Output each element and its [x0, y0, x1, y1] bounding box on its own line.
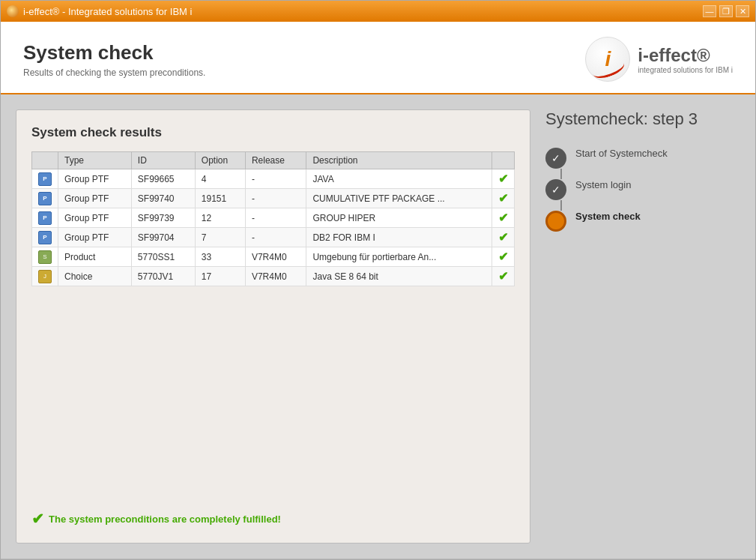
- col-header-status: [492, 152, 515, 169]
- ptf-icon: P: [38, 192, 52, 205]
- step-circle-1: ✓: [545, 179, 566, 200]
- row-option: 12: [195, 208, 245, 228]
- row-icon-cell: P: [32, 228, 58, 247]
- row-description: Java SE 8 64 bit: [306, 267, 492, 286]
- col-header-id: ID: [131, 152, 195, 169]
- step-item-2: System check: [545, 211, 740, 232]
- row-option: 17: [195, 267, 245, 286]
- step-label-2: System check: [575, 211, 641, 222]
- main-content: System check results Type ID Option Rele…: [1, 94, 755, 559]
- title-bar-left: i-effect® - Integrated solutions for IBM…: [7, 5, 192, 17]
- results-table: Type ID Option Release Description P Gro…: [31, 151, 515, 286]
- step-connector: [560, 200, 562, 211]
- row-id: SF99740: [131, 189, 195, 208]
- ptf-icon: P: [38, 231, 52, 244]
- title-bar: i-effect® - Integrated solutions for IBM…: [1, 1, 755, 22]
- row-icon-cell: P: [32, 189, 58, 208]
- step-label-0: Start of Systemcheck: [575, 148, 668, 159]
- row-icon-cell: S: [32, 247, 58, 267]
- row-type: Group PTF: [58, 208, 132, 228]
- left-panel: System check results Type ID Option Rele…: [16, 109, 530, 544]
- table-row: S Product 5770SS1 33 V7R4M0 Umgebung für…: [32, 247, 515, 267]
- window-controls[interactable]: — ❐ ✕: [703, 5, 749, 17]
- row-status: ✔: [492, 228, 515, 247]
- row-id: 5770SS1: [131, 247, 195, 267]
- app-icon: [7, 5, 19, 17]
- table-header-row: Type ID Option Release Description: [32, 152, 515, 169]
- row-release: -: [245, 169, 306, 189]
- row-icon-cell: P: [32, 169, 58, 189]
- row-status: ✔: [492, 208, 515, 228]
- check-icon: ✔: [498, 250, 508, 263]
- step-connector: [560, 169, 562, 179]
- row-description: Umgebung für portierbare An...: [306, 247, 492, 267]
- row-release: V7R4M0: [245, 267, 306, 286]
- row-id: SF99739: [131, 208, 195, 228]
- row-status: ✔: [492, 189, 515, 208]
- row-id: SF99704: [131, 228, 195, 247]
- col-header-type-label: Type: [58, 152, 132, 169]
- header-text: System check Results of checking the sys…: [23, 41, 205, 78]
- minimize-button[interactable]: —: [703, 5, 716, 17]
- table-row: P Group PTF SF99704 7 - DB2 FOR IBM I ✔: [32, 228, 515, 247]
- maximize-button[interactable]: ❐: [719, 5, 733, 17]
- row-description: DB2 FOR IBM I: [306, 228, 492, 247]
- header: System check Results of checking the sys…: [1, 22, 755, 94]
- row-release: -: [245, 208, 306, 228]
- logo-area: i i-effect® integrated solutions for IBM…: [585, 37, 733, 82]
- step-item-0: ✓ Start of Systemcheck: [545, 148, 740, 179]
- page-subtitle: Results of checking the system precondit…: [23, 67, 205, 78]
- steps-list: ✓ Start of Systemcheck ✓ System login Sy…: [545, 148, 740, 232]
- check-icon: ✔: [498, 231, 508, 244]
- row-type: Product: [58, 247, 132, 267]
- step-circle-0: ✓: [545, 148, 566, 169]
- logo-circle: i: [585, 37, 630, 82]
- row-description: JAVA: [306, 169, 492, 189]
- row-option: 4: [195, 169, 245, 189]
- check-icon: ✔: [498, 270, 508, 283]
- row-id: 5770JV1: [131, 267, 195, 286]
- row-type: Group PTF: [58, 228, 132, 247]
- row-status: ✔: [492, 169, 515, 189]
- table-row: J Choice 5770JV1 17 V7R4M0 Java SE 8 64 …: [32, 267, 515, 286]
- table-row: P Group PTF SF99740 19151 - CUMULATIVE P…: [32, 189, 515, 208]
- close-button[interactable]: ✕: [736, 5, 749, 17]
- table-row: P Group PTF SF99665 4 - JAVA ✔: [32, 169, 515, 189]
- row-description: GROUP HIPER: [306, 208, 492, 228]
- status-message: ✔ The system preconditions are completel…: [31, 510, 515, 528]
- page-title: System check: [23, 41, 205, 64]
- row-description: CUMULATIVE PTF PACKAGE ...: [306, 189, 492, 208]
- brand-name: i-effect®: [638, 45, 733, 66]
- row-status: ✔: [492, 247, 515, 267]
- col-header-type: [32, 152, 58, 169]
- row-type: Choice: [58, 267, 132, 286]
- check-icon: ✔: [498, 172, 508, 185]
- step-title: Systemcheck: step 3: [545, 109, 740, 129]
- logo-text-area: i-effect® integrated solutions for IBM i: [638, 45, 733, 74]
- row-type: Group PTF: [58, 169, 132, 189]
- product-icon: S: [38, 250, 52, 264]
- row-release: -: [245, 228, 306, 247]
- row-id: SF99665: [131, 169, 195, 189]
- table-row: P Group PTF SF99739 12 - GROUP HIPER ✔: [32, 208, 515, 228]
- step-circle-2: [545, 211, 566, 232]
- row-option: 19151: [195, 189, 245, 208]
- row-icon-cell: P: [32, 208, 58, 228]
- brand-tagline: integrated solutions for IBM i: [638, 66, 733, 74]
- right-panel: Systemcheck: step 3 ✓ Start of Systemche…: [545, 109, 740, 544]
- step-item-1: ✓ System login: [545, 179, 740, 211]
- row-release: -: [245, 189, 306, 208]
- row-option: 33: [195, 247, 245, 267]
- results-panel-title: System check results: [31, 125, 515, 140]
- col-header-description: Description: [306, 152, 492, 169]
- choice-icon: J: [38, 270, 52, 283]
- row-type: Group PTF: [58, 189, 132, 208]
- step-label-1: System login: [575, 179, 631, 190]
- row-status: ✔: [492, 267, 515, 286]
- check-icon: ✔: [498, 211, 508, 224]
- status-check-icon: ✔: [31, 510, 44, 528]
- ptf-icon: P: [38, 211, 52, 225]
- logo-i-letter: i: [605, 47, 611, 71]
- row-option: 7: [195, 228, 245, 247]
- window-title: i-effect® - Integrated solutions for IBM…: [23, 6, 192, 17]
